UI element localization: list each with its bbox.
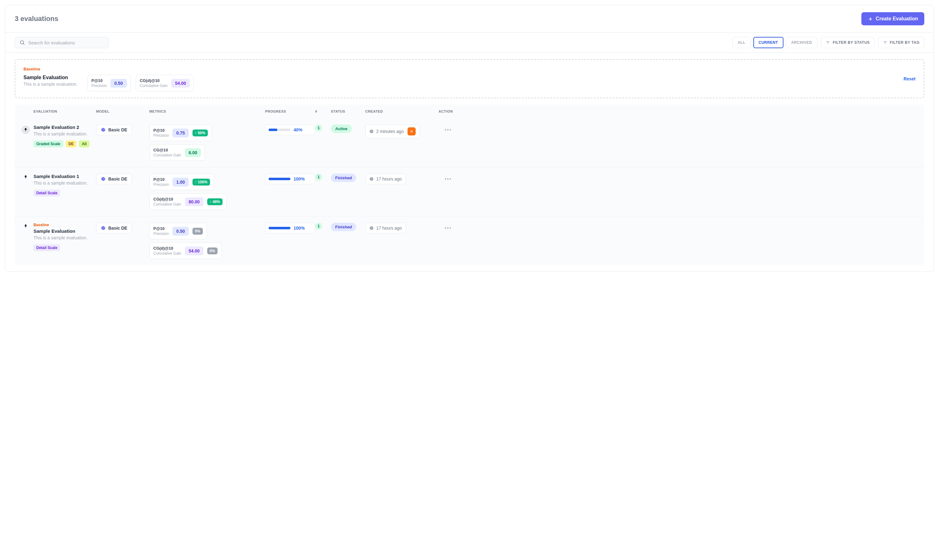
num-pill: 1 bbox=[315, 174, 322, 180]
progress-percent: 100% bbox=[294, 177, 305, 182]
created-pill: 17 hours ago bbox=[365, 174, 406, 184]
evaluation-name[interactable]: Sample Evaluation bbox=[34, 228, 96, 234]
baseline-card: Baseline Sample Evaluation This is a sam… bbox=[15, 59, 924, 98]
table-row[interactable]: Sample Evaluation 1 This is a sample eva… bbox=[15, 167, 924, 216]
table-row[interactable]: Baseline Sample Evaluation This is a sam… bbox=[15, 216, 924, 265]
more-icon bbox=[445, 227, 451, 229]
metric-title: P@10 bbox=[91, 78, 107, 83]
table-row[interactable]: Sample Evaluation 2 This is a sample eva… bbox=[15, 118, 924, 167]
pin-button[interactable] bbox=[23, 175, 28, 180]
baseline-title: Sample Evaluation bbox=[23, 75, 80, 80]
status-badge: Active bbox=[331, 125, 352, 133]
pin-icon bbox=[23, 128, 28, 132]
progress-wrap: 100% bbox=[265, 174, 315, 184]
status-badge: Finished bbox=[331, 174, 356, 182]
model-cell: Basic DE bbox=[96, 223, 149, 233]
more-button[interactable] bbox=[443, 125, 453, 134]
model-pill[interactable]: Basic DE bbox=[96, 223, 132, 233]
metric-value: 0.50 bbox=[173, 227, 188, 235]
created-pill: 2 minutes ago bbox=[365, 125, 420, 138]
plus-icon: ＋ bbox=[868, 16, 873, 22]
metric-value: 6.00 bbox=[185, 148, 201, 157]
metric-subtitle: Cumulative Gain bbox=[153, 202, 181, 206]
evaluation-cell: Sample Evaluation 2 This is a sample eva… bbox=[34, 125, 96, 147]
metrics-cell: P@10 Precision 1.00 ↑ 100% CG(d)@10 Cumu… bbox=[149, 174, 265, 210]
progress-percent: 100% bbox=[294, 226, 305, 231]
metric-delta: ↑ 100% bbox=[193, 178, 210, 186]
evaluation-desc: This is a sample evaluation. bbox=[34, 235, 96, 241]
svg-point-21 bbox=[449, 228, 451, 229]
metric-value: 1.00 bbox=[173, 178, 188, 186]
progress-percent: 40% bbox=[294, 127, 302, 132]
metric-subtitle: Cumulative Gain bbox=[153, 153, 181, 157]
filter-status-label: FILTER BY STATUS bbox=[833, 40, 870, 45]
filter-status-button[interactable]: FILTER BY STATUS bbox=[821, 37, 874, 48]
num-cell: 1 bbox=[315, 223, 331, 230]
metric-box: CG@10 Cumulative Gain 6.00 bbox=[149, 144, 205, 161]
svg-point-15 bbox=[445, 178, 446, 180]
svg-rect-9 bbox=[411, 131, 411, 133]
metric-box: P@10 Precision 1.00 ↑ 100% bbox=[149, 174, 214, 190]
more-button[interactable] bbox=[443, 174, 453, 183]
search-box[interactable] bbox=[15, 37, 109, 48]
tag[interactable]: Detail Scale bbox=[34, 189, 60, 197]
tag[interactable]: Detail Scale bbox=[34, 244, 60, 251]
status-cell: Finished bbox=[331, 174, 365, 182]
num-pill: 1 bbox=[315, 125, 322, 131]
model-name: Basic DE bbox=[108, 226, 127, 231]
tag[interactable]: DE bbox=[66, 140, 77, 147]
svg-point-11 bbox=[445, 129, 446, 131]
evaluation-count: 3 evaluations bbox=[15, 15, 58, 23]
evaluations-list: EVALUATION MODEL METRICS PROGRESS # STAT… bbox=[15, 105, 924, 265]
model-cell: Basic DE bbox=[96, 174, 149, 184]
svg-line-1 bbox=[23, 43, 24, 45]
tab-current[interactable]: CURRENT bbox=[753, 37, 783, 48]
filter-tag-button[interactable]: FILTER BY TAG bbox=[878, 37, 924, 48]
created-cell: 2 minutes ago bbox=[365, 125, 434, 138]
svg-point-17 bbox=[449, 178, 451, 180]
num-cell: 1 bbox=[315, 125, 331, 131]
progress-wrap: 100% bbox=[265, 223, 315, 233]
create-evaluation-button[interactable]: ＋ Create Evaluation bbox=[861, 12, 924, 25]
create-evaluation-label: Create Evaluation bbox=[876, 16, 918, 22]
model-name: Basic DE bbox=[108, 127, 127, 132]
metrics-cell: P@10 Precision 0.75 ↑ 50% CG@10 Cumulati… bbox=[149, 125, 265, 161]
evaluation-name[interactable]: Sample Evaluation 1 bbox=[34, 174, 96, 179]
col-created: CREATED bbox=[365, 109, 434, 113]
col-status: STATUS bbox=[331, 109, 365, 113]
filter-controls: ALL CURRENT ARCHIVED FILTER BY STATUS FI… bbox=[732, 37, 924, 48]
tag[interactable]: All bbox=[79, 140, 89, 147]
baseline-info: Sample Evaluation This is a sample evalu… bbox=[23, 75, 80, 87]
created-time: 17 hours ago bbox=[376, 177, 402, 182]
tag-row: Detail Scale bbox=[34, 244, 96, 251]
col-evaluation: EVALUATION bbox=[34, 109, 96, 113]
metric-value: 0.75 bbox=[173, 129, 188, 137]
progress-wrap: 40% bbox=[265, 125, 315, 135]
search-input[interactable] bbox=[28, 40, 104, 45]
metric-subtitle: Precision bbox=[153, 182, 169, 187]
model-cell: Basic DE bbox=[96, 125, 149, 135]
col-action: ACTION bbox=[434, 109, 453, 113]
clock-icon bbox=[369, 226, 374, 230]
reset-link[interactable]: Reset bbox=[904, 76, 916, 82]
pause-button[interactable] bbox=[407, 127, 416, 135]
tab-all[interactable]: ALL bbox=[732, 37, 751, 48]
cube-icon bbox=[101, 226, 106, 231]
baseline-subtitle: This is a sample evaluation. bbox=[23, 82, 80, 87]
pin-button[interactable] bbox=[22, 126, 30, 134]
status-badge: Finished bbox=[331, 223, 356, 231]
tab-archived[interactable]: ARCHIVED bbox=[786, 37, 817, 48]
evaluation-cell: Baseline Sample Evaluation This is a sam… bbox=[34, 223, 96, 251]
more-icon bbox=[445, 129, 451, 131]
metric-title: P@10 bbox=[153, 226, 169, 231]
tag[interactable]: Graded Scale bbox=[34, 140, 63, 147]
svg-point-13 bbox=[449, 129, 451, 131]
more-button[interactable] bbox=[443, 223, 453, 232]
model-pill[interactable]: Basic DE bbox=[96, 174, 132, 184]
model-pill[interactable]: Basic DE bbox=[96, 125, 132, 135]
metric-value: 80.00 bbox=[185, 197, 204, 206]
evaluation-name[interactable]: Sample Evaluation 2 bbox=[34, 125, 96, 130]
pin-button[interactable] bbox=[23, 224, 28, 230]
pin-icon bbox=[23, 224, 28, 228]
status-cell: Finished bbox=[331, 223, 365, 231]
